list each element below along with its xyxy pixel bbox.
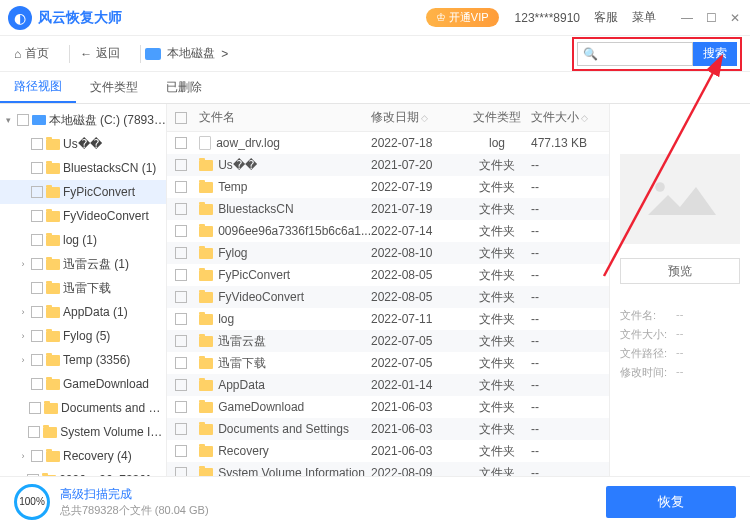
table-row[interactable]: GameDownload2021-06-03文件夹--: [167, 396, 609, 418]
table-row[interactable]: 迅雷下载2022-07-05文件夹--: [167, 352, 609, 374]
table-row[interactable]: 迅雷云盘2022-07-05文件夹--: [167, 330, 609, 352]
tree-item[interactable]: GameDownload: [0, 372, 166, 396]
tab-0[interactable]: 路径视图: [0, 72, 76, 103]
tree-checkbox[interactable]: [31, 330, 43, 342]
tree-checkbox[interactable]: [31, 138, 43, 150]
table-row[interactable]: log2022-07-11文件夹--: [167, 308, 609, 330]
table-row[interactable]: FyVideoConvert2022-08-05文件夹--: [167, 286, 609, 308]
col-size[interactable]: 文件大小◇: [531, 109, 609, 126]
tree-checkbox[interactable]: [28, 426, 40, 438]
row-checkbox[interactable]: [175, 313, 187, 325]
tab-1[interactable]: 文件类型: [76, 72, 152, 103]
expand-icon[interactable]: ›: [18, 307, 28, 317]
row-checkbox[interactable]: [175, 423, 187, 435]
close-button[interactable]: ✕: [728, 11, 742, 25]
home-button[interactable]: ⌂ 首页: [8, 42, 55, 65]
tree-item[interactable]: ›迅雷云盘 (1): [0, 252, 166, 276]
minimize-button[interactable]: ―: [680, 11, 694, 25]
table-row[interactable]: Documents and Settings2021-06-03文件夹--: [167, 418, 609, 440]
tree-checkbox[interactable]: [31, 162, 43, 174]
table-row[interactable]: Fylog2022-08-10文件夹--: [167, 242, 609, 264]
tree-item[interactable]: ›Recovery (4): [0, 444, 166, 468]
row-checkbox[interactable]: [175, 159, 187, 171]
tree-sidebar: ▾本地磁盘 (C:) (789328)Us��BluestacksCN (1)F…: [0, 104, 167, 476]
tree-item[interactable]: ▾本地磁盘 (C:) (789328): [0, 108, 166, 132]
row-checkbox[interactable]: [175, 335, 187, 347]
tree-item[interactable]: System Volume Information: [0, 420, 166, 444]
tree-checkbox[interactable]: [29, 402, 41, 414]
preview-button[interactable]: 预览: [620, 258, 740, 284]
col-name[interactable]: 文件名: [195, 109, 371, 126]
row-checkbox[interactable]: [175, 269, 187, 281]
menu-link[interactable]: 菜单: [632, 9, 656, 26]
recover-button[interactable]: 恢复: [606, 486, 736, 518]
tree-item[interactable]: FyPicConvert: [0, 180, 166, 204]
table-row[interactable]: FyPicConvert2022-08-05文件夹--: [167, 264, 609, 286]
expand-icon[interactable]: ›: [18, 331, 28, 341]
table-row[interactable]: AppData2022-01-14文件夹--: [167, 374, 609, 396]
table-row[interactable]: Us��2021-07-20文件夹--: [167, 154, 609, 176]
table-row[interactable]: Temp2022-07-19文件夹--: [167, 176, 609, 198]
table-row[interactable]: System Volume Information2022-08-09文件夹--: [167, 462, 609, 476]
expand-icon[interactable]: ▾: [4, 115, 14, 125]
tree-checkbox[interactable]: [31, 282, 43, 294]
tree-checkbox[interactable]: [31, 186, 43, 198]
row-checkbox[interactable]: [175, 203, 187, 215]
tree-label: System Volume Information: [60, 425, 166, 439]
tree-item[interactable]: ›AppData (1): [0, 300, 166, 324]
col-date[interactable]: 修改日期◇: [371, 109, 463, 126]
tree-item[interactable]: ›Temp (3356): [0, 348, 166, 372]
tab-2[interactable]: 已删除: [152, 72, 216, 103]
tree-item[interactable]: FyVideoConvert: [0, 204, 166, 228]
breadcrumb[interactable]: 本地磁盘 >: [145, 45, 228, 62]
expand-icon[interactable]: ›: [18, 259, 28, 269]
table-row[interactable]: Recovery2021-06-03文件夹--: [167, 440, 609, 462]
row-checkbox[interactable]: [175, 357, 187, 369]
svg-point-2: [655, 182, 665, 192]
tree-checkbox[interactable]: [31, 234, 43, 246]
row-checkbox[interactable]: [175, 291, 187, 303]
tree-checkbox[interactable]: [31, 450, 43, 462]
tree-checkbox[interactable]: [31, 378, 43, 390]
tree-item[interactable]: Documents and Settings: [0, 396, 166, 420]
row-checkbox[interactable]: [175, 401, 187, 413]
tree-checkbox[interactable]: [31, 258, 43, 270]
tree-item[interactable]: Us��: [0, 132, 166, 156]
table-row[interactable]: 0096ee96a7336f15b6c6a1...2022-07-14文件夹--: [167, 220, 609, 242]
table-row[interactable]: BluestacksCN2021-07-19文件夹--: [167, 198, 609, 220]
maximize-button[interactable]: ☐: [704, 11, 718, 25]
select-all-checkbox[interactable]: [175, 112, 187, 124]
back-button[interactable]: ← 返回: [74, 42, 126, 65]
tree-item[interactable]: 迅雷下载: [0, 276, 166, 300]
tree-label: Documents and Settings: [61, 401, 166, 415]
search-button[interactable]: 搜索: [693, 42, 737, 66]
support-link[interactable]: 客服: [594, 9, 618, 26]
account-label[interactable]: 123****8910: [515, 11, 580, 25]
file-type: 文件夹: [463, 355, 531, 372]
expand-icon[interactable]: ›: [18, 451, 28, 461]
tree-checkbox[interactable]: [31, 354, 43, 366]
tree-checkbox[interactable]: [27, 474, 39, 476]
tree-checkbox[interactable]: [17, 114, 29, 126]
tree-item[interactable]: log (1): [0, 228, 166, 252]
tree-item[interactable]: ›Fylog (5): [0, 324, 166, 348]
tree-checkbox[interactable]: [31, 210, 43, 222]
search-input[interactable]: [602, 43, 692, 65]
folder-icon: [199, 336, 213, 347]
table-row[interactable]: aow_drv.log2022-07-18log477.13 KB: [167, 132, 609, 154]
col-type[interactable]: 文件类型: [463, 109, 531, 126]
row-checkbox[interactable]: [175, 467, 187, 476]
row-checkbox[interactable]: [175, 445, 187, 457]
app-name: 风云恢复大师: [38, 9, 122, 27]
expand-icon[interactable]: ›: [18, 355, 28, 365]
tree-item[interactable]: 0096ee96a7336f15b6c6a1934...: [0, 468, 166, 476]
tree-item[interactable]: BluestacksCN (1): [0, 156, 166, 180]
folder-icon: [199, 468, 213, 477]
tree-checkbox[interactable]: [31, 306, 43, 318]
row-checkbox[interactable]: [175, 181, 187, 193]
row-checkbox[interactable]: [175, 225, 187, 237]
row-checkbox[interactable]: [175, 247, 187, 259]
row-checkbox[interactable]: [175, 379, 187, 391]
vip-button[interactable]: ♔ 开通VIP: [426, 8, 499, 27]
row-checkbox[interactable]: [175, 137, 187, 149]
